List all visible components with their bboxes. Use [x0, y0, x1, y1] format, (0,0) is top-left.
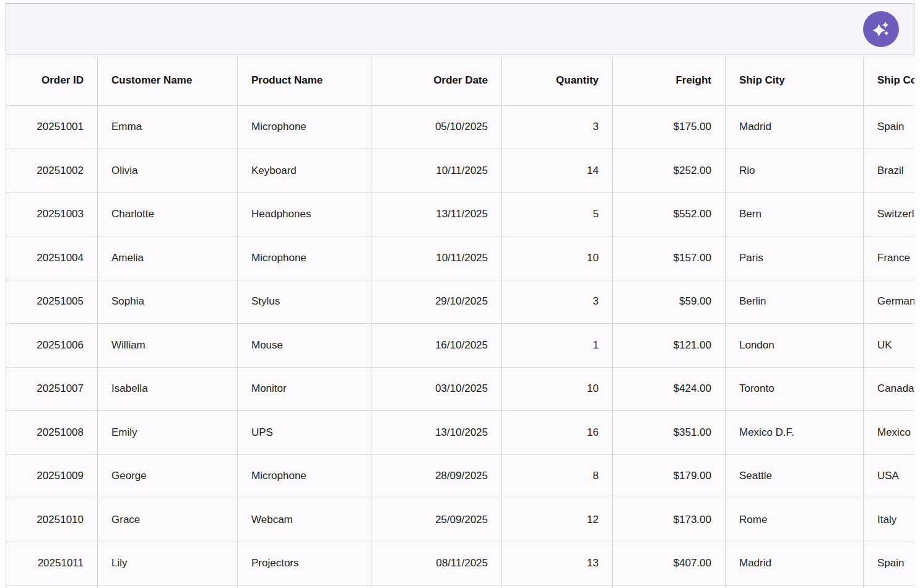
table-row[interactable]: 20251007IsabellaMonitor03/10/202510$424.…	[6, 368, 914, 412]
table-cell-quantity[interactable]: 14	[502, 149, 613, 193]
header-cell-ship_country[interactable]: Ship Country	[864, 56, 914, 106]
header-cell-order_id[interactable]: Order ID	[6, 56, 98, 106]
table-cell-quantity[interactable]: 3	[502, 106, 613, 150]
table-cell-product_name[interactable]: Microphone	[238, 106, 371, 150]
table-cell-customer_name[interactable]: William	[98, 324, 238, 368]
table-cell-ship_country[interactable]: UK	[864, 324, 914, 368]
table-cell-ship_country[interactable]: Mexico	[864, 411, 914, 455]
table-cell-customer_name[interactable]: Emily	[98, 411, 238, 455]
table-cell-order_id[interactable]: 20251003	[6, 193, 98, 237]
table-cell-quantity[interactable]: 8	[502, 455, 613, 499]
table-cell-freight[interactable]: $179.00	[613, 455, 726, 499]
table-cell-order_id[interactable]: 20251008	[6, 411, 98, 455]
ai-assist-button[interactable]	[863, 11, 899, 47]
table-cell-order_date[interactable]: 05/10/2025	[371, 106, 502, 150]
table-cell-order_id[interactable]: 20251010	[6, 498, 98, 542]
table-cell-ship_city[interactable]: Seattle	[726, 455, 864, 499]
table-cell-ship_city[interactable]: Madrid	[726, 106, 864, 150]
table-cell-freight[interactable]: $121.00	[613, 324, 726, 368]
table-row[interactable]: 20251003CharlotteHeadphones13/11/20255$5…	[6, 193, 914, 237]
table-cell-ship_country[interactable]: Germany	[864, 280, 914, 324]
table-cell-order_id[interactable]: 20251002	[6, 149, 98, 193]
table-row[interactable]: 20251009GeorgeMicrophone28/09/20258$179.…	[6, 455, 914, 499]
table-cell-quantity[interactable]: 1	[502, 324, 613, 368]
table-row[interactable]: 20251001EmmaMicrophone05/10/20253$175.00…	[6, 106, 914, 150]
header-cell-ship_city[interactable]: Ship City	[726, 56, 864, 106]
table-cell-order_date[interactable]: 10/11/2025	[371, 149, 502, 193]
table-cell-order_date[interactable]: 08/11/2025	[371, 542, 502, 586]
table-row[interactable]: 20251008EmilyUPS13/10/202516$351.00Mexic…	[6, 411, 914, 455]
table-row[interactable]: 20251006WilliamMouse16/10/20251$121.00Lo…	[6, 324, 914, 368]
table-cell-order_id[interactable]: 20251007	[6, 368, 98, 412]
table-cell-ship_city[interactable]: Paris	[726, 236, 864, 280]
table-cell-freight[interactable]: $157.00	[613, 236, 726, 280]
table-cell-customer_name[interactable]: Grace	[98, 498, 238, 542]
table-cell-ship_city[interactable]: Toronto	[726, 368, 864, 412]
table-cell-product_name[interactable]: Webcam	[238, 498, 371, 542]
table-cell-ship_city[interactable]: Madrid	[726, 542, 864, 586]
table-cell-quantity[interactable]: 10	[502, 368, 613, 412]
header-cell-customer_name[interactable]: Customer Name	[98, 56, 238, 106]
table-cell-product_name[interactable]: Monitor	[238, 368, 371, 412]
table-cell-ship_city[interactable]: Rome	[726, 498, 864, 542]
table-cell-customer_name[interactable]: Emma	[98, 106, 238, 150]
table-cell-product_name[interactable]: UPS	[238, 411, 371, 455]
table-cell-freight[interactable]: $59.00	[613, 280, 726, 324]
table-cell-order_id[interactable]: 20251005	[6, 280, 98, 324]
table-cell-ship_city[interactable]: Bern	[726, 193, 864, 237]
table-cell-order_id[interactable]: 20251004	[6, 236, 98, 280]
table-cell-order_id[interactable]: 20251001	[6, 106, 98, 150]
table-cell-ship_city[interactable]: London	[726, 324, 864, 368]
table-cell-freight[interactable]: $552.00	[613, 193, 726, 237]
table-cell-product_name[interactable]: Mouse	[238, 324, 371, 368]
table-cell-customer_name[interactable]: Charlotte	[98, 193, 238, 237]
table-cell-freight[interactable]: $173.00	[613, 498, 726, 542]
table-cell-ship_country[interactable]: USA	[864, 455, 914, 499]
table-cell-quantity[interactable]: 13	[502, 542, 613, 586]
header-cell-quantity[interactable]: Quantity	[502, 56, 613, 106]
table-cell-order_date[interactable]: 13/10/2025	[371, 411, 502, 455]
table-cell-quantity[interactable]: 3	[502, 280, 613, 324]
table-cell-ship_country[interactable]: France	[864, 236, 914, 280]
table-cell-quantity[interactable]: 12	[502, 498, 613, 542]
table-cell-product_name[interactable]: Microphone	[238, 236, 371, 280]
table-cell-ship_city[interactable]: Rio	[726, 149, 864, 193]
table-row[interactable]: 20251002OliviaKeyboard10/11/202514$252.0…	[6, 149, 914, 193]
table-cell-order_date[interactable]: 13/11/2025	[371, 193, 502, 237]
table-cell-ship_country[interactable]: Switzerland	[864, 193, 914, 237]
table-cell-ship_city[interactable]: Mexico D.F.	[726, 411, 864, 455]
table-cell-ship_country[interactable]: Canada	[864, 368, 914, 412]
table-cell-customer_name[interactable]: Lily	[98, 542, 238, 586]
table-cell-ship_country[interactable]: Brazil	[864, 149, 914, 193]
table-cell-quantity[interactable]: 5	[502, 193, 613, 237]
table-cell-freight[interactable]: $252.00	[613, 149, 726, 193]
table-cell-order_id[interactable]: 20251011	[6, 542, 98, 586]
table-cell-order_date[interactable]: 03/10/2025	[371, 368, 502, 412]
header-cell-product_name[interactable]: Product Name	[238, 56, 371, 106]
table-cell-quantity[interactable]: 16	[502, 411, 613, 455]
table-cell-product_name[interactable]: Keyboard	[238, 149, 371, 193]
table-cell-order_id[interactable]: 20251009	[6, 455, 98, 499]
table-cell-order_date[interactable]: 28/09/2025	[371, 455, 502, 499]
table-cell-ship_country[interactable]: Spain	[864, 542, 914, 586]
table-cell-order_date[interactable]: 10/11/2025	[371, 236, 502, 280]
table-cell-freight[interactable]: $175.00	[613, 106, 726, 150]
table-cell-ship_city[interactable]: Berlin	[726, 280, 864, 324]
table-row[interactable]: 20251010GraceWebcam25/09/202512$173.00Ro…	[6, 498, 914, 542]
table-cell-ship_country[interactable]: Italy	[864, 498, 914, 542]
header-cell-freight[interactable]: Freight	[613, 56, 726, 106]
table-cell-product_name[interactable]: Projectors	[238, 542, 371, 586]
table-cell-order_date[interactable]: 29/10/2025	[371, 280, 502, 324]
header-cell-order_date[interactable]: Order Date	[371, 56, 502, 106]
table-row[interactable]: 20251011LilyProjectors08/11/202513$407.0…	[6, 542, 914, 586]
table-row[interactable]: 20251004AmeliaMicrophone10/11/202510$157…	[6, 236, 914, 280]
table-cell-quantity[interactable]: 10	[502, 236, 613, 280]
table-cell-freight[interactable]: $351.00	[613, 411, 726, 455]
table-cell-freight[interactable]: $424.00	[613, 368, 726, 412]
table-cell-customer_name[interactable]: Sophia	[98, 280, 238, 324]
table-cell-order_id[interactable]: 20251006	[6, 324, 98, 368]
table-cell-product_name[interactable]: Stylus	[238, 280, 371, 324]
table-cell-customer_name[interactable]: Isabella	[98, 368, 238, 412]
table-cell-order_date[interactable]: 16/10/2025	[371, 324, 502, 368]
table-cell-ship_country[interactable]: Spain	[864, 106, 914, 150]
